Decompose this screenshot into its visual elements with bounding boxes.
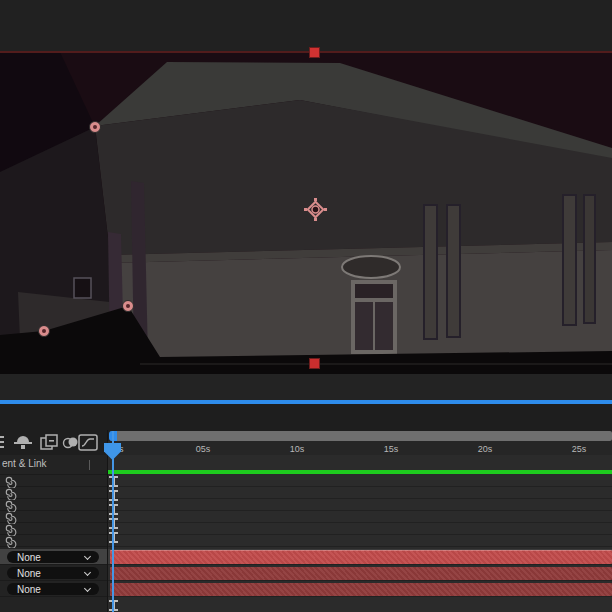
graph-editor-icon xyxy=(78,434,98,451)
parent-link-header: ent & Link xyxy=(0,455,108,475)
corner-handle-bottom-left[interactable] xyxy=(38,325,50,337)
property-row xyxy=(0,523,108,535)
viewer-toolbar: % (Full) xyxy=(0,374,612,401)
ruler-label: 25s xyxy=(572,444,587,454)
after-effects-window: % (Full) xyxy=(0,0,612,612)
layer-bar[interactable] xyxy=(110,567,612,580)
ruler-label: 15s xyxy=(384,444,399,454)
parent-dropdown[interactable]: None xyxy=(7,567,99,579)
oval-sign xyxy=(342,256,400,278)
bbox-top-handle[interactable] xyxy=(309,47,320,58)
header-separator xyxy=(89,460,90,470)
anchor-point[interactable] xyxy=(303,197,328,222)
timeline-panel: :00s 05s 10s 15s 20s 25s xyxy=(0,404,612,612)
layer-bar-selected[interactable] xyxy=(110,550,612,564)
property-track-row xyxy=(108,487,612,499)
corner-handle-bottom-mid[interactable] xyxy=(122,300,134,312)
pilaster-2 xyxy=(447,205,460,337)
left-wall-window xyxy=(74,278,91,298)
ruler-label: 20s xyxy=(478,444,493,454)
layer-row[interactable]: None xyxy=(0,581,108,597)
building-door xyxy=(351,280,397,354)
timeline-left-column: ent & Link None xyxy=(0,455,108,612)
column-divider[interactable] xyxy=(107,430,108,612)
frame-blending-icon xyxy=(40,434,58,451)
property-track-row xyxy=(108,475,612,487)
ruler-label: 10s xyxy=(290,444,305,454)
frame-blending-button[interactable] xyxy=(40,432,58,452)
layer-bar[interactable] xyxy=(110,583,612,596)
pilaster-3 xyxy=(563,195,576,325)
clipped-list-icon[interactable] xyxy=(0,432,7,452)
pilaster-4 xyxy=(584,195,595,323)
chevron-down-icon xyxy=(84,568,91,575)
layer-row[interactable]: None xyxy=(0,565,108,581)
property-track-row xyxy=(108,499,612,511)
property-row xyxy=(0,475,108,487)
chevron-down-icon xyxy=(84,584,91,591)
shy-guy-icon xyxy=(14,434,32,450)
property-row xyxy=(0,487,108,499)
property-track-row xyxy=(108,511,612,523)
hide-shy-layers-button[interactable] xyxy=(14,432,32,452)
composition-viewer xyxy=(0,0,612,374)
corner-handle-top[interactable] xyxy=(89,121,101,133)
time-navigator-bar[interactable] xyxy=(110,431,612,441)
bbox-bottom-edge xyxy=(140,363,612,365)
ram-cache-indicator xyxy=(108,470,612,474)
property-row xyxy=(0,511,108,523)
property-track-row xyxy=(108,523,612,535)
graph-editor-button[interactable] xyxy=(78,432,98,452)
parent-dropdown[interactable]: None xyxy=(7,583,99,595)
layer-row-selected[interactable]: None xyxy=(0,549,108,565)
bbox-top-edge xyxy=(0,51,612,53)
pilaster-1 xyxy=(424,205,437,339)
chevron-down-icon xyxy=(84,552,91,559)
property-track-row xyxy=(108,535,612,547)
pick-whip-icon[interactable] xyxy=(4,535,17,548)
property-row xyxy=(0,535,108,547)
parent-dropdown[interactable]: None xyxy=(7,551,99,563)
bbox-bottom-handle[interactable] xyxy=(309,358,320,369)
ruler-label: 05s xyxy=(196,444,211,454)
property-row xyxy=(0,499,108,511)
